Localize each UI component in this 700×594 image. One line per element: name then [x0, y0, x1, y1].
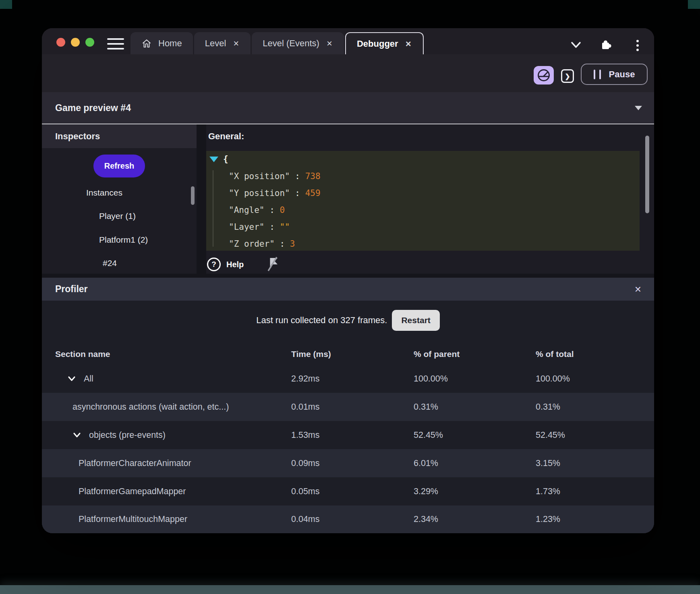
json-value[interactable]: 459 — [305, 188, 321, 198]
percent-of-parent: 0.31% — [414, 402, 536, 412]
pause-label: Pause — [609, 69, 635, 80]
percent-of-total: 1.23% — [536, 514, 654, 524]
column-header: % of total — [536, 349, 654, 359]
refresh-button[interactable]: Refresh — [93, 155, 145, 177]
profiler-table: All 2.92ms 100.00% 100.00% asynchronous … — [42, 365, 654, 533]
percent-of-total: 3.15% — [536, 458, 654, 468]
close-window-button[interactable] — [56, 38, 65, 47]
chevron-down-icon[interactable] — [571, 41, 581, 49]
tab-label: Level (Events) — [263, 38, 319, 49]
scrollbar-thumb[interactable] — [645, 136, 649, 213]
percent-of-parent: 3.29% — [414, 487, 536, 497]
profiler-title: Profiler — [55, 284, 88, 295]
percent-of-total: 0.31% — [536, 402, 654, 412]
percent-of-total: 100.00% — [536, 374, 654, 384]
help-row: ? Help — [207, 257, 279, 272]
desktop-corner — [688, 0, 700, 9]
json-open-brace: { — [223, 154, 228, 164]
inspectors-panel: Refresh Instances Player (1) Platform1 (… — [42, 148, 197, 274]
pause-icon — [594, 70, 601, 79]
inspector-item-player[interactable]: Player (1) — [99, 211, 136, 221]
column-header: Section name — [55, 349, 291, 359]
zoom-window-button[interactable] — [85, 38, 94, 47]
menu-icon[interactable] — [107, 38, 124, 50]
close-icon[interactable]: × — [635, 283, 641, 296]
close-tab-icon[interactable]: × — [232, 38, 240, 49]
home-icon — [141, 38, 152, 49]
pause-button[interactable]: Pause — [581, 64, 648, 85]
json-line: "Angle" : 0 — [229, 205, 285, 215]
tab-level-events[interactable]: Level (Events) × — [252, 32, 344, 54]
table-row[interactable]: asynchronous actions (wait action, etc..… — [42, 393, 654, 421]
scrollbar-thumb[interactable] — [191, 186, 195, 205]
tab-bar: Home Level × Level (Events) × Debugger × — [130, 32, 424, 54]
traffic-lights — [56, 38, 94, 47]
json-line: "Layer" : "" — [229, 222, 290, 232]
tab-home[interactable]: Home — [130, 32, 193, 54]
json-line: "Y position" : 459 — [229, 188, 321, 198]
inspector-item-platform1[interactable]: Platform1 (2) — [99, 235, 148, 245]
console-prompt-icon: ❯ — [565, 72, 570, 80]
time-value: 0.04ms — [291, 514, 414, 524]
tab-label: Debugger — [357, 39, 398, 49]
inspector-item-instances[interactable]: Instances — [86, 188, 122, 198]
time-value: 0.09ms — [291, 458, 414, 468]
section-name: objects (pre-events) — [89, 430, 166, 440]
tab-label: Home — [158, 38, 182, 49]
table-row[interactable]: All 2.92ms 100.00% 100.00% — [42, 365, 654, 393]
profiler-table-header: Section name Time (ms) % of parent % of … — [42, 345, 654, 363]
help-label[interactable]: Help — [226, 260, 244, 269]
percent-of-parent: 6.01% — [414, 458, 536, 468]
time-value: 0.01ms — [291, 402, 414, 412]
percent-of-total: 52.45% — [536, 430, 654, 440]
json-value[interactable]: 738 — [305, 171, 321, 181]
minimize-window-button[interactable] — [71, 38, 80, 47]
column-header: Time (ms) — [291, 349, 414, 359]
desktop-edge — [0, 585, 700, 594]
tab-debugger[interactable]: Debugger × — [345, 32, 424, 54]
indent-guide — [213, 170, 213, 247]
tab-label: Level — [205, 38, 226, 49]
panel-gap — [197, 124, 206, 274]
tab-level[interactable]: Level × — [194, 32, 251, 54]
section-name: All — [84, 374, 93, 384]
chevron-down-icon[interactable] — [72, 430, 82, 440]
extensions-puzzle-icon[interactable] — [600, 39, 613, 52]
profiler-header: Profiler × — [42, 278, 654, 301]
chevron-down-icon[interactable] — [66, 373, 77, 384]
general-label: General: — [208, 131, 244, 142]
general-panel: General: { "X position" : 738 "Y positio… — [206, 124, 654, 274]
table-row[interactable]: PlatformerMultitouchMapper 0.04ms 2.34% … — [42, 505, 654, 533]
inspectors-title: Inspectors — [55, 131, 100, 142]
unpin-flag-icon[interactable] — [267, 257, 279, 272]
chevron-down-icon[interactable] — [635, 106, 642, 110]
window-chrome: Home Level × Level (Events) × Debugger × — [42, 28, 654, 92]
section-name: asynchronous actions (wait action, etc..… — [72, 402, 229, 412]
inspector-item-24[interactable]: #24 — [103, 258, 117, 268]
help-icon[interactable]: ? — [207, 258, 221, 271]
table-row[interactable]: objects (pre-events) 1.53ms 52.45% 52.45… — [42, 421, 654, 449]
game-preview-header[interactable]: Game preview #4 — [42, 92, 654, 124]
table-row[interactable]: PlatformerGamepadMapper 0.05ms 3.29% 1.7… — [42, 477, 654, 505]
panel-gap — [42, 274, 654, 278]
speedometer-icon — [536, 68, 551, 82]
json-value[interactable]: "" — [280, 222, 290, 232]
console-button[interactable]: ❯ — [561, 69, 574, 83]
percent-of-total: 1.73% — [536, 487, 654, 497]
time-value: 0.05ms — [291, 487, 414, 497]
column-header: % of parent — [414, 349, 536, 359]
profiler-panel: Last run collected on 327 frames. Restar… — [42, 301, 654, 533]
close-tab-icon[interactable]: × — [405, 38, 412, 50]
table-row[interactable]: PlatformerCharacterAnimator 0.09ms 6.01%… — [42, 449, 654, 477]
time-value: 2.92ms — [291, 374, 414, 384]
json-value[interactable]: 0 — [280, 205, 285, 215]
kebab-menu-icon[interactable] — [636, 40, 640, 51]
json-value[interactable]: 3 — [290, 239, 295, 249]
debugger-speedometer-button[interactable] — [534, 66, 554, 85]
percent-of-parent: 100.00% — [414, 374, 536, 384]
restart-button[interactable]: Restart — [392, 310, 439, 331]
close-tab-icon[interactable]: × — [326, 38, 333, 49]
collapse-triangle-icon[interactable] — [209, 157, 218, 162]
json-line: "Z order" : 3 — [229, 239, 295, 249]
profiler-status-text: Last run collected on 327 frames. — [256, 315, 387, 326]
